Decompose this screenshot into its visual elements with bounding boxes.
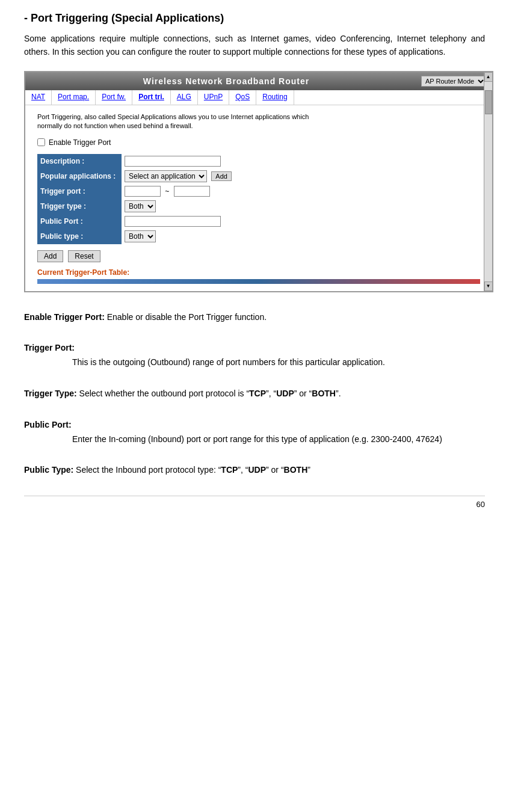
nav-porttri[interactable]: Port tri. xyxy=(132,90,171,105)
trigger-port-text: Trigger Port: This is the outgoing (Outb… xyxy=(24,341,485,370)
trigger-type-select[interactable]: Both TCP UDP xyxy=(125,200,156,212)
public-port-term: Public Port: xyxy=(24,420,72,429)
section-trigger-port: Trigger Port: This is the outgoing (Outb… xyxy=(24,341,485,370)
enable-trigger-row: Enable Trigger Port xyxy=(37,138,480,147)
trigger-port-label: Trigger port : xyxy=(37,184,122,198)
router-body: Port Triggering, also called Special App… xyxy=(25,105,492,291)
nav-nat[interactable]: NAT xyxy=(25,90,52,105)
router-title: Wireless Network Broadband Router xyxy=(31,76,421,86)
enable-trigger-label: Enable Trigger Port xyxy=(49,138,111,147)
description-row: Description : xyxy=(37,154,480,168)
trigger-type-input-cell: Both TCP UDP xyxy=(122,198,480,214)
scroll-down-arrow[interactable]: ▼ xyxy=(484,281,493,291)
enable-trigger-checkbox[interactable] xyxy=(37,138,45,146)
scroll-up-arrow[interactable]: ▲ xyxy=(484,72,493,82)
public-port-text: Public Port: Enter the In-coming (Inboun… xyxy=(24,418,485,447)
public-type-row: Public type : Both TCP UDP xyxy=(37,229,480,244)
page-number: 60 xyxy=(24,496,485,509)
section-trigger-type: Trigger Type: Select whether the outboun… xyxy=(24,387,485,401)
trigger-type-label: Trigger type : xyxy=(37,198,122,214)
scroll-thumb[interactable] xyxy=(485,90,492,114)
current-table-header: Current Trigger-Port Table: xyxy=(37,268,480,277)
trigger-type-term: Trigger Type: xyxy=(24,389,77,398)
mode-select-dropdown[interactable]: AP Router Mode xyxy=(421,76,486,87)
trigger-port-input-cell: ~ xyxy=(122,184,480,198)
enable-trigger-text: Enable Trigger Port: Enable or disable t… xyxy=(24,310,485,325)
description-input-cell xyxy=(122,154,480,168)
popular-apps-add-button[interactable]: Add xyxy=(211,171,232,181)
router-nav: NAT Port map. Port fw. Port tri. ALG UPn… xyxy=(25,90,492,105)
nav-upnp[interactable]: UPnP xyxy=(198,90,229,105)
trigger-type-row: Trigger type : Both TCP UDP xyxy=(37,198,480,214)
form-table: Description : Popular applications : Sel… xyxy=(37,154,480,244)
public-type-desc: Select the Inbound port protocol type: “… xyxy=(76,465,310,475)
mode-selector[interactable]: AP Router Mode xyxy=(421,76,486,87)
enable-trigger-desc-text: Enable or disable the Port Trigger funct… xyxy=(107,312,267,322)
popular-apps-label: Popular applications : xyxy=(37,168,122,184)
page-title: - Port Triggering (Special Applications) xyxy=(24,12,485,25)
section-enable-trigger: Enable Trigger Port: Enable or disable t… xyxy=(24,310,485,325)
popular-apps-select[interactable]: Select an application xyxy=(125,170,207,182)
add-button[interactable]: Add xyxy=(37,250,63,262)
public-port-row: Public Port : xyxy=(37,214,480,229)
public-type-label: Public type : xyxy=(37,229,122,244)
nav-portmap[interactable]: Port map. xyxy=(52,90,96,105)
public-type-select[interactable]: Both TCP UDP xyxy=(125,230,156,242)
public-type-input-cell: Both TCP UDP xyxy=(122,229,480,244)
reset-button[interactable]: Reset xyxy=(68,250,100,262)
trigger-port-term: Trigger Port: xyxy=(24,343,75,352)
trigger-port-from[interactable] xyxy=(125,186,161,197)
scrollbar[interactable]: ▲ ▼ xyxy=(484,72,492,291)
trigger-port-desc: This is the outgoing (Outbound) range of… xyxy=(72,355,485,370)
table-blue-bar xyxy=(37,279,480,284)
tilde-separator: ~ xyxy=(165,187,169,195)
popular-apps-input-cell: Select an application Add xyxy=(122,168,480,184)
router-header: Wireless Network Broadband Router AP Rou… xyxy=(25,72,492,90)
trigger-port-to[interactable] xyxy=(174,186,210,197)
nav-alg[interactable]: ALG xyxy=(171,90,198,105)
trigger-type-text: Trigger Type: Select whether the outboun… xyxy=(24,387,485,401)
public-type-term: Public Type: xyxy=(24,465,73,475)
trigger-port-row: Trigger port : ~ xyxy=(37,184,480,198)
trigger-type-desc: Select whether the outbound port protoco… xyxy=(79,389,341,398)
section-public-port: Public Port: Enter the In-coming (Inboun… xyxy=(24,418,485,447)
enable-trigger-term: Enable Trigger Port: xyxy=(24,312,105,322)
popular-apps-row: Popular applications : Select an applica… xyxy=(37,168,480,184)
public-port-input[interactable] xyxy=(125,216,221,227)
description-label: Description : xyxy=(37,154,122,168)
intro-paragraph: Some applications require multiple conne… xyxy=(24,32,485,59)
section-public-type: Public Type: Select the Inbound port pro… xyxy=(24,463,485,478)
router-screenshot-wrapper: Wireless Network Broadband Router AP Rou… xyxy=(24,71,485,292)
public-type-text: Public Type: Select the Inbound port pro… xyxy=(24,463,485,478)
router-desc: Port Triggering, also called Special App… xyxy=(37,112,480,131)
nav-qos[interactable]: QoS xyxy=(229,90,256,105)
bottom-buttons: Add Reset xyxy=(37,250,480,262)
public-port-input-cell xyxy=(122,214,480,229)
description-input[interactable] xyxy=(125,156,221,167)
public-port-label: Public Port : xyxy=(37,214,122,229)
nav-routing[interactable]: Routing xyxy=(256,90,294,105)
nav-portfw[interactable]: Port fw. xyxy=(96,90,132,105)
public-port-desc: Enter the In-coming (Inbound) port or po… xyxy=(72,432,485,447)
